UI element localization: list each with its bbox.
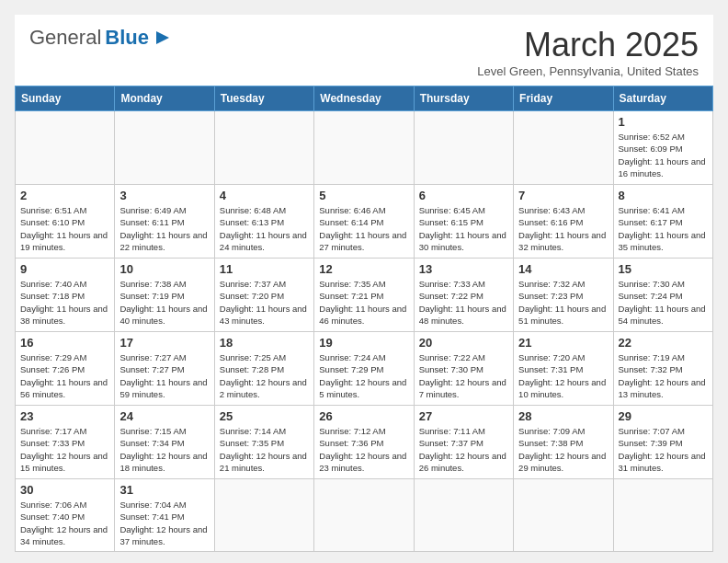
calendar-day-cell: [214, 479, 313, 552]
day-number: 18: [220, 336, 309, 350]
calendar-day-cell: 24Sunrise: 7:15 AM Sunset: 7:34 PM Dayli…: [115, 406, 214, 479]
day-info: Sunrise: 6:45 AM Sunset: 6:15 PM Dayligh…: [419, 204, 508, 253]
calendar-container: General Blue March 2025 Level Green, Pen…: [15, 15, 713, 552]
day-number: 21: [518, 336, 608, 350]
calendar-table: SundayMondayTuesdayWednesdayThursdayFrid…: [15, 86, 713, 552]
day-number: 6: [419, 189, 508, 202]
day-info: Sunrise: 7:20 AM Sunset: 7:31 PM Dayligh…: [518, 351, 608, 400]
day-info: Sunrise: 7:29 AM Sunset: 7:26 PM Dayligh…: [20, 351, 109, 400]
day-info: Sunrise: 7:12 AM Sunset: 7:36 PM Dayligh…: [319, 425, 408, 474]
weekday-header-tuesday: Tuesday: [214, 86, 313, 111]
day-info: Sunrise: 7:35 AM Sunset: 7:21 PM Dayligh…: [319, 278, 408, 327]
month-title: March 2025: [477, 26, 699, 64]
calendar-day-cell: [314, 111, 414, 185]
day-number: 25: [220, 409, 309, 423]
logo: General Blue: [29, 26, 173, 50]
logo-icon: General Blue: [29, 26, 173, 50]
calendar-day-cell: 17Sunrise: 7:27 AM Sunset: 7:27 PM Dayli…: [115, 332, 214, 406]
day-number: 13: [419, 262, 508, 276]
day-number: 29: [619, 409, 708, 423]
day-info: Sunrise: 6:48 AM Sunset: 6:13 PM Dayligh…: [220, 204, 309, 253]
day-number: 3: [119, 189, 209, 202]
weekday-header-thursday: Thursday: [414, 86, 513, 111]
logo-triangle-icon: [153, 28, 173, 48]
day-number: 10: [119, 262, 209, 276]
day-info: Sunrise: 7:15 AM Sunset: 7:34 PM Dayligh…: [119, 425, 209, 474]
calendar-day-cell: 23Sunrise: 7:17 AM Sunset: 7:33 PM Dayli…: [16, 406, 115, 479]
day-info: Sunrise: 7:17 AM Sunset: 7:33 PM Dayligh…: [20, 425, 109, 474]
calendar-day-cell: 3Sunrise: 6:49 AM Sunset: 6:11 PM Daylig…: [115, 185, 214, 259]
logo-general-text: General: [29, 26, 101, 50]
calendar-day-cell: 6Sunrise: 6:45 AM Sunset: 6:15 PM Daylig…: [414, 185, 513, 259]
day-info: Sunrise: 7:30 AM Sunset: 7:24 PM Dayligh…: [619, 278, 708, 327]
weekday-header-sunday: Sunday: [16, 86, 115, 111]
calendar-day-cell: 12Sunrise: 7:35 AM Sunset: 7:21 PM Dayli…: [314, 259, 414, 332]
calendar-day-cell: 25Sunrise: 7:14 AM Sunset: 7:35 PM Dayli…: [214, 406, 313, 479]
day-info: Sunrise: 7:32 AM Sunset: 7:23 PM Dayligh…: [518, 278, 608, 327]
day-info: Sunrise: 7:07 AM Sunset: 7:39 PM Dayligh…: [619, 425, 708, 474]
day-info: Sunrise: 7:06 AM Sunset: 7:40 PM Dayligh…: [20, 499, 109, 547]
calendar-day-cell: 29Sunrise: 7:07 AM Sunset: 7:39 PM Dayli…: [613, 406, 712, 479]
calendar-day-cell: [414, 479, 513, 552]
weekday-header-friday: Friday: [514, 86, 613, 111]
weekday-header-saturday: Saturday: [613, 86, 712, 111]
calendar-day-cell: 30Sunrise: 7:06 AM Sunset: 7:40 PM Dayli…: [16, 479, 115, 552]
day-info: Sunrise: 7:40 AM Sunset: 7:18 PM Dayligh…: [20, 278, 109, 327]
calendar-day-cell: 13Sunrise: 7:33 AM Sunset: 7:22 PM Dayli…: [414, 259, 513, 332]
calendar-day-cell: 21Sunrise: 7:20 AM Sunset: 7:31 PM Dayli…: [514, 332, 613, 406]
calendar-week-row: 1Sunrise: 6:52 AM Sunset: 6:09 PM Daylig…: [16, 111, 713, 185]
day-number: 30: [20, 483, 109, 497]
calendar-day-cell: 28Sunrise: 7:09 AM Sunset: 7:38 PM Dayli…: [514, 406, 613, 479]
day-info: Sunrise: 6:51 AM Sunset: 6:10 PM Dayligh…: [20, 204, 109, 253]
day-info: Sunrise: 6:49 AM Sunset: 6:11 PM Dayligh…: [119, 204, 209, 253]
day-number: 12: [319, 262, 408, 276]
header: General Blue March 2025 Level Green, Pen…: [15, 15, 713, 86]
day-info: Sunrise: 7:33 AM Sunset: 7:22 PM Dayligh…: [419, 278, 508, 327]
calendar-week-row: 16Sunrise: 7:29 AM Sunset: 7:26 PM Dayli…: [16, 332, 713, 406]
day-info: Sunrise: 6:41 AM Sunset: 6:17 PM Dayligh…: [619, 204, 708, 253]
day-number: 17: [119, 336, 209, 350]
day-info: Sunrise: 7:11 AM Sunset: 7:37 PM Dayligh…: [419, 425, 508, 474]
day-info: Sunrise: 6:43 AM Sunset: 6:16 PM Dayligh…: [518, 204, 608, 253]
location: Level Green, Pennsylvania, United States: [477, 64, 699, 78]
calendar-day-cell: 14Sunrise: 7:32 AM Sunset: 7:23 PM Dayli…: [514, 259, 613, 332]
weekday-header-wednesday: Wednesday: [314, 86, 414, 111]
day-info: Sunrise: 6:46 AM Sunset: 6:14 PM Dayligh…: [319, 204, 408, 253]
day-info: Sunrise: 7:27 AM Sunset: 7:27 PM Dayligh…: [119, 351, 209, 400]
day-number: 11: [220, 262, 309, 276]
calendar-day-cell: 4Sunrise: 6:48 AM Sunset: 6:13 PM Daylig…: [214, 185, 313, 259]
day-number: 8: [619, 189, 708, 202]
day-info: Sunrise: 7:19 AM Sunset: 7:32 PM Dayligh…: [619, 351, 708, 400]
day-number: 24: [119, 409, 209, 423]
day-info: Sunrise: 6:52 AM Sunset: 6:09 PM Dayligh…: [619, 131, 708, 179]
calendar-day-cell: 1Sunrise: 6:52 AM Sunset: 6:09 PM Daylig…: [613, 111, 712, 185]
day-number: 28: [518, 409, 608, 423]
calendar-day-cell: 16Sunrise: 7:29 AM Sunset: 7:26 PM Dayli…: [16, 332, 115, 406]
day-info: Sunrise: 7:14 AM Sunset: 7:35 PM Dayligh…: [220, 425, 309, 474]
calendar-day-cell: 8Sunrise: 6:41 AM Sunset: 6:17 PM Daylig…: [613, 185, 712, 259]
day-number: 27: [419, 409, 508, 423]
calendar-day-cell: [613, 479, 712, 552]
calendar-week-row: 23Sunrise: 7:17 AM Sunset: 7:33 PM Dayli…: [16, 406, 713, 479]
calendar-day-cell: 10Sunrise: 7:38 AM Sunset: 7:19 PM Dayli…: [115, 259, 214, 332]
calendar-day-cell: [16, 111, 115, 185]
calendar-week-row: 2Sunrise: 6:51 AM Sunset: 6:10 PM Daylig…: [16, 185, 713, 259]
calendar-day-cell: 5Sunrise: 6:46 AM Sunset: 6:14 PM Daylig…: [314, 185, 414, 259]
day-info: Sunrise: 7:22 AM Sunset: 7:30 PM Dayligh…: [419, 351, 508, 400]
calendar-day-cell: 20Sunrise: 7:22 AM Sunset: 7:30 PM Dayli…: [414, 332, 513, 406]
calendar-day-cell: 31Sunrise: 7:04 AM Sunset: 7:41 PM Dayli…: [115, 479, 214, 552]
calendar-day-cell: 9Sunrise: 7:40 AM Sunset: 7:18 PM Daylig…: [16, 259, 115, 332]
day-info: Sunrise: 7:37 AM Sunset: 7:20 PM Dayligh…: [220, 278, 309, 327]
calendar-day-cell: 19Sunrise: 7:24 AM Sunset: 7:29 PM Dayli…: [314, 332, 414, 406]
calendar-week-row: 9Sunrise: 7:40 AM Sunset: 7:18 PM Daylig…: [16, 259, 713, 332]
calendar-day-cell: 7Sunrise: 6:43 AM Sunset: 6:16 PM Daylig…: [514, 185, 613, 259]
day-number: 15: [619, 262, 708, 276]
day-info: Sunrise: 7:24 AM Sunset: 7:29 PM Dayligh…: [319, 351, 408, 400]
calendar-day-cell: 2Sunrise: 6:51 AM Sunset: 6:10 PM Daylig…: [16, 185, 115, 259]
day-number: 7: [518, 189, 608, 202]
day-number: 20: [419, 336, 508, 350]
day-info: Sunrise: 7:04 AM Sunset: 7:41 PM Dayligh…: [119, 499, 209, 547]
day-number: 14: [518, 262, 608, 276]
day-number: 4: [220, 189, 309, 202]
day-number: 26: [319, 409, 408, 423]
